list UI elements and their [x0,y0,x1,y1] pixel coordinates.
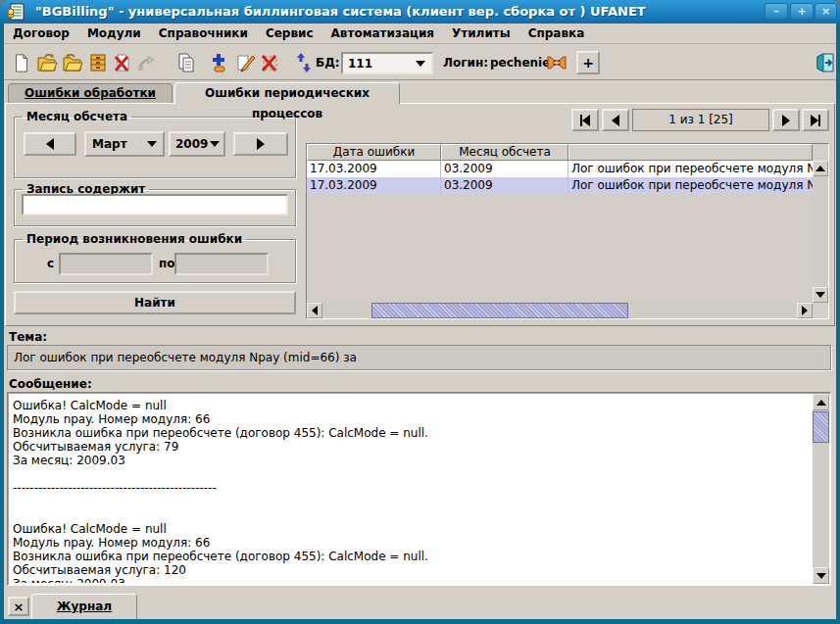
menu-moduli[interactable]: Модули [78,26,150,40]
column-header-month[interactable]: Месяц обсчета [441,144,568,161]
db-combobox[interactable]: 111 [341,52,433,74]
up-arrow-icon [815,166,825,171]
month-combobox[interactable]: Март [84,131,165,157]
cell-message: Лог ошибок при переобсчете модуля Npay ( [568,161,813,177]
left-arrow-icon [46,138,54,150]
cell-message: Лог ошибок при переобсчете модуля Npay ( [568,177,813,194]
app-icon [7,3,25,24]
scroll-down-button[interactable] [813,287,828,303]
period-to-label: по [159,257,175,270]
minimize-button[interactable]: – [765,3,788,20]
month-fieldset-legend: Месяц обсчета [23,110,131,123]
cell-month: 03.2009 [441,161,568,177]
table-row[interactable]: 17.03.2009 03.2009 Лог ошибок при переоб… [307,161,813,177]
menu-spravka[interactable]: Справка [519,26,594,40]
login-label: Логин: [443,51,488,74]
titlebar[interactable]: "BGBilling" - универсальная биллинговая … [0,0,840,24]
scroll-corner [813,303,828,318]
open-folder-icon[interactable] [35,51,59,74]
scroll-down-button[interactable] [813,567,829,584]
scroll-up-button[interactable] [813,161,828,176]
import-folder-icon[interactable] [61,51,84,74]
year-combobox[interactable]: 2009 [169,131,225,157]
menu-dogovor[interactable]: Договор [4,26,78,40]
left-arrow-icon [312,306,318,315]
last-page-icon [818,115,820,126]
down-arrow-icon [815,292,825,298]
scroll-up-button[interactable] [813,394,829,410]
table-row-selected[interactable]: 17.03.2009 03.2009 Лог ошибок при переоб… [307,177,813,194]
remove-item-icon[interactable] [258,51,281,74]
right-arrow-icon [811,115,818,126]
message-area[interactable]: Ошибка! CalcMode = null Модуль npay. Ном… [7,392,831,586]
down-arrow-icon [816,573,826,579]
menubar: Договор Модули Справочники Сервис Автома… [4,24,836,44]
chevron-down-icon [147,141,157,147]
table-vertical-scrollbar[interactable] [813,161,828,303]
message-text: Ошибка! CalcMode = null Модуль npay. Ном… [13,399,809,583]
application-window: "BGBilling" - универсальная биллинговая … [0,0,840,624]
year-combobox-value: 2009 [171,137,210,151]
page-indicator: 1 из 1 [25] [632,109,769,131]
last-page-button[interactable] [802,109,829,131]
db-label: БД: [316,51,340,74]
scroll-left-button[interactable] [307,303,322,318]
scroll-corner [813,144,828,161]
prev-page-button[interactable] [602,109,629,131]
right-arrow-icon [782,115,790,126]
scroll-right-button[interactable] [797,303,813,318]
add-item-icon[interactable] [208,51,231,74]
month-combobox-value: Март [86,137,147,151]
menu-servis[interactable]: Сервис [257,26,322,40]
next-month-button[interactable] [233,132,288,156]
db-combobox-value: 111 [343,57,416,71]
period-to-input[interactable] [174,253,269,275]
column-header-date[interactable]: Дата ошибки [307,144,441,161]
contains-input[interactable] [22,194,288,216]
period-from-input[interactable] [59,253,153,275]
left-arrow-icon [582,115,590,126]
login-value: pechenie [490,51,550,74]
subject-label: Тема: [9,330,47,344]
prev-month-button[interactable] [24,132,76,156]
tab-periodic-errors[interactable]: Ошибки периодических процессов [174,82,400,104]
connection-plug-icon[interactable] [545,51,568,74]
redo-arrow-icon[interactable] [134,51,158,74]
close-journal-button[interactable]: × [8,597,29,616]
period-from-label: с [47,257,54,270]
menu-avtomatizatsiya[interactable]: Автоматизация [322,26,443,40]
cell-date: 17.03.2009 [307,161,441,177]
refresh-icon[interactable] [292,51,316,74]
edit-item-icon[interactable] [233,51,257,74]
message-label: Сообщение: [9,377,92,391]
copy-document-icon[interactable] [174,51,198,74]
horizontal-scrollbar-thumb[interactable] [371,303,628,318]
maximize-button[interactable]: + [790,3,814,20]
vertical-scrollbar-thumb[interactable] [813,411,829,443]
close-button[interactable]: × [815,3,837,20]
subject-field[interactable]: Лог ошибок при переобсчете модуля Npay (… [7,345,831,370]
delete-document-icon[interactable] [111,51,134,74]
new-document-icon[interactable] [10,51,33,74]
chevron-down-icon [416,61,425,67]
right-arrow-icon [802,306,808,315]
find-button[interactable]: Найти [14,291,296,314]
window-title: "BGBilling" - универсальная биллинговая … [35,0,646,24]
tab-error-journal[interactable]: Журнал ошибок [31,594,137,619]
exit-icon[interactable] [814,51,837,74]
cabinet-icon[interactable] [86,51,110,74]
menu-spravochniki[interactable]: Справочники [150,26,257,40]
column-header-message[interactable] [568,144,813,161]
first-page-button[interactable] [571,109,599,131]
next-page-button[interactable] [772,109,800,131]
right-arrow-icon [257,138,265,150]
add-tab-button[interactable]: + [576,51,600,74]
error-table: Дата ошибки Месяц обсчета 17.03.2009 03.… [306,143,829,319]
period-fieldset-legend: Период возникновения ошибки [23,232,246,246]
chevron-down-icon [210,141,220,147]
cell-date: 17.03.2009 [307,177,441,194]
cell-month: 03.2009 [441,177,568,194]
tab-log-errors[interactable]: Ошибки обработки логов [8,83,173,103]
left-arrow-icon [612,115,619,126]
menu-utility[interactable]: Утилиты [443,26,519,40]
